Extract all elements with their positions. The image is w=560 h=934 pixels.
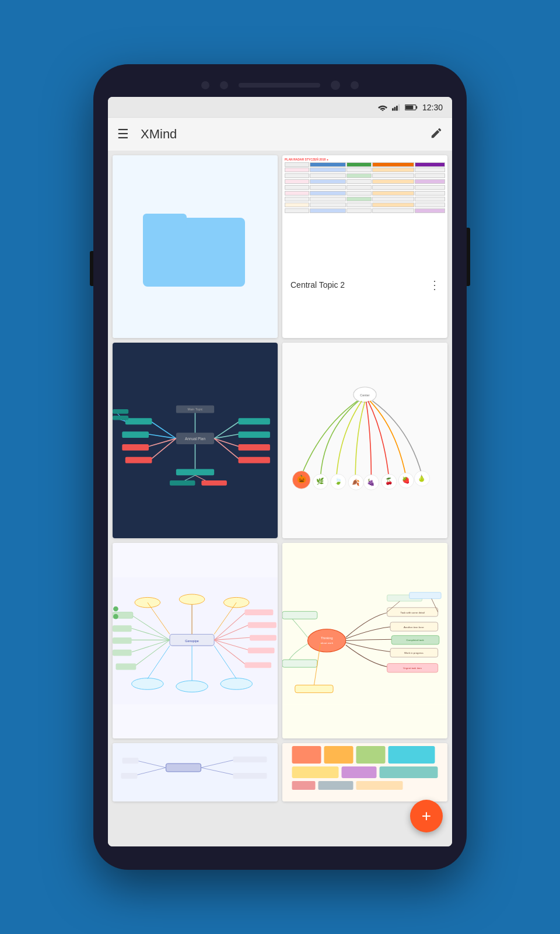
fab-add-button[interactable]: + bbox=[410, 800, 443, 832]
svg-text:Genopipe: Genopipe bbox=[185, 639, 199, 643]
camera-dot-left bbox=[201, 81, 209, 89]
svg-text:🍓: 🍓 bbox=[402, 476, 410, 484]
svg-text:🍇: 🍇 bbox=[367, 478, 375, 486]
svg-text:🌿: 🌿 bbox=[316, 478, 324, 486]
svg-rect-24 bbox=[113, 416, 128, 420]
speaker-bar bbox=[239, 83, 320, 88]
svg-text:Another item here: Another item here bbox=[404, 626, 424, 629]
svg-rect-22 bbox=[113, 409, 128, 414]
svg-rect-78 bbox=[244, 609, 273, 615]
wifi-icon bbox=[378, 104, 387, 111]
fruit-thumbnail: Center 🎃 🌿 bbox=[282, 343, 447, 538]
svg-text:Work in progress: Work in progress bbox=[404, 651, 424, 654]
bottom-left-thumbnail bbox=[113, 743, 278, 801]
cards-grid: Folder 1 ⋮ PLAN RADAR STYCZEŃ 2018 ● bbox=[108, 151, 452, 846]
svg-point-88 bbox=[179, 594, 205, 604]
svg-rect-135 bbox=[388, 746, 435, 764]
card-thinking[interactable]: Thinking about work Task with some detai… bbox=[282, 543, 447, 738]
svg-point-93 bbox=[132, 678, 163, 690]
card-folder1[interactable]: Folder 1 ⋮ bbox=[113, 155, 278, 338]
svg-rect-136 bbox=[292, 766, 339, 778]
svg-rect-128 bbox=[233, 757, 267, 762]
phone-screen: 12:30 ☰ XMind Folder 1 bbox=[108, 97, 452, 846]
svg-text:🍂: 🍂 bbox=[352, 478, 360, 486]
svg-rect-124 bbox=[123, 758, 139, 764]
svg-rect-134 bbox=[356, 746, 386, 764]
svg-rect-6 bbox=[416, 106, 417, 109]
card-central-topic[interactable]: PLAN RADAR STYCZEŃ 2018 ● bbox=[282, 155, 447, 338]
svg-rect-20 bbox=[125, 457, 152, 463]
svg-text:🍃: 🍃 bbox=[334, 478, 342, 486]
annual-plan-thumbnail: Annual Plan bbox=[113, 343, 278, 538]
svg-text:🎃: 🎃 bbox=[297, 474, 307, 484]
app-bar: ☰ XMind bbox=[108, 118, 452, 151]
svg-rect-7 bbox=[405, 106, 413, 110]
svg-rect-26 bbox=[239, 418, 270, 424]
thinking-thumbnail: Thinking about work Task with some detai… bbox=[282, 543, 447, 738]
svg-rect-36 bbox=[170, 480, 195, 486]
svg-rect-3 bbox=[396, 106, 398, 110]
more-menu-central-topic[interactable]: ⋮ bbox=[429, 279, 440, 291]
svg-point-100 bbox=[308, 629, 346, 652]
folder-thumbnail bbox=[113, 155, 278, 338]
svg-rect-2 bbox=[394, 107, 396, 110]
svg-rect-126 bbox=[121, 773, 138, 779]
svg-point-95 bbox=[220, 678, 252, 690]
svg-rect-140 bbox=[318, 781, 354, 790]
card-annual-plan[interactable]: Annual Plan bbox=[113, 343, 278, 538]
card-title-central-topic: Central Topic 2 bbox=[290, 280, 345, 290]
svg-rect-28 bbox=[239, 431, 270, 438]
svg-rect-1 bbox=[392, 108, 394, 110]
status-bar: 12:30 bbox=[108, 97, 452, 118]
phone-top bbox=[93, 76, 467, 97]
svg-rect-14 bbox=[125, 418, 152, 424]
svg-text:Annual Plan: Annual Plan bbox=[185, 437, 206, 441]
svg-rect-132 bbox=[292, 746, 321, 764]
svg-rect-8 bbox=[143, 218, 245, 287]
card-bottom-right[interactable] bbox=[282, 743, 447, 801]
card-genopipe[interactable]: Genopipe bbox=[113, 543, 278, 738]
svg-rect-32 bbox=[239, 457, 270, 463]
svg-rect-68 bbox=[113, 625, 132, 632]
menu-icon[interactable]: ☰ bbox=[117, 127, 129, 142]
signal-icon bbox=[392, 104, 400, 111]
svg-rect-38 bbox=[201, 480, 227, 486]
svg-point-76 bbox=[113, 614, 118, 619]
card-bottom-left[interactable] bbox=[113, 743, 278, 801]
svg-text:about work: about work bbox=[321, 642, 334, 644]
svg-rect-117 bbox=[282, 611, 317, 619]
svg-rect-121 bbox=[120, 743, 271, 801]
svg-point-0 bbox=[382, 110, 383, 111]
svg-text:Thinking: Thinking bbox=[321, 636, 333, 640]
svg-rect-30 bbox=[239, 444, 270, 451]
card-fruit[interactable]: Center 🎃 🌿 bbox=[282, 343, 447, 538]
svg-rect-137 bbox=[342, 766, 377, 778]
svg-point-75 bbox=[113, 607, 118, 612]
svg-rect-139 bbox=[292, 781, 316, 790]
bottom-right-thumbnail bbox=[282, 743, 447, 801]
genopipe-thumbnail: Genopipe bbox=[113, 543, 278, 738]
svg-rect-9 bbox=[143, 214, 187, 225]
phone-frame: 12:30 ☰ XMind Folder 1 bbox=[93, 64, 467, 870]
svg-text:🍐: 🍐 bbox=[418, 474, 426, 482]
status-time: 12:30 bbox=[422, 103, 443, 112]
svg-rect-18 bbox=[122, 444, 149, 451]
volume-button bbox=[90, 251, 93, 286]
svg-rect-70 bbox=[113, 637, 132, 644]
svg-text:Center: Center bbox=[360, 393, 370, 397]
svg-rect-4 bbox=[398, 104, 400, 110]
svg-rect-115 bbox=[410, 593, 441, 599]
svg-text:🍒: 🍒 bbox=[385, 478, 393, 486]
svg-rect-34 bbox=[176, 469, 214, 476]
svg-text:Completed task: Completed task bbox=[406, 639, 424, 642]
power-button bbox=[467, 228, 470, 286]
camera-dot-center bbox=[220, 81, 228, 89]
edit-icon[interactable] bbox=[430, 127, 443, 142]
front-camera bbox=[331, 81, 340, 90]
battery-icon bbox=[405, 104, 418, 111]
svg-rect-82 bbox=[250, 635, 276, 641]
svg-rect-84 bbox=[248, 647, 275, 653]
svg-rect-122 bbox=[166, 764, 201, 772]
card-footer-central-topic: Central Topic 2 ⋮ bbox=[282, 272, 447, 298]
svg-rect-133 bbox=[324, 746, 354, 764]
